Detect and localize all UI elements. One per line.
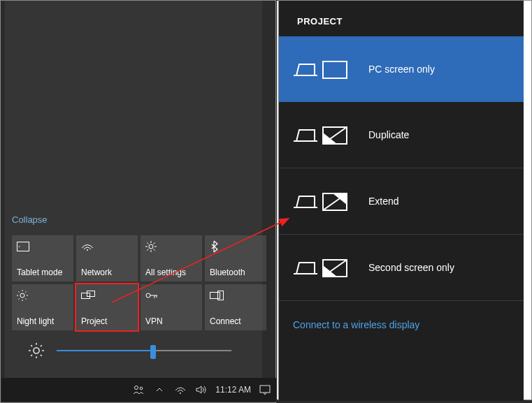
svg-line-20 bbox=[25, 291, 26, 292]
project-option-extend[interactable]: Extend bbox=[279, 168, 524, 235]
svg-line-17 bbox=[18, 291, 19, 292]
svg-line-18 bbox=[25, 298, 26, 299]
svg-point-39 bbox=[140, 387, 143, 390]
svg-point-3 bbox=[149, 244, 153, 249]
svg-line-36 bbox=[31, 355, 32, 356]
duplicate-icon bbox=[293, 123, 349, 147]
svg-line-10 bbox=[147, 249, 148, 251]
collapse-link[interactable]: Collapse bbox=[12, 214, 48, 225]
tile-bluetooth[interactable]: Bluetooth bbox=[205, 235, 266, 281]
tile-label: Bluetooth bbox=[210, 268, 261, 277]
pc-screen-only-icon bbox=[293, 57, 349, 81]
project-option-label: PC screen only bbox=[368, 64, 435, 75]
tile-label: Night light bbox=[17, 316, 69, 326]
brightness-slider-thumb[interactable] bbox=[150, 345, 156, 359]
svg-line-11 bbox=[154, 242, 155, 244]
project-option-second-screen-only[interactable]: Second screen only bbox=[279, 235, 524, 301]
svg-point-12 bbox=[20, 293, 24, 298]
svg-rect-41 bbox=[260, 386, 270, 393]
project-option-label: Second screen only bbox=[368, 262, 454, 273]
volume-tray-icon[interactable] bbox=[194, 383, 208, 397]
project-option-label: Duplicate bbox=[368, 129, 409, 140]
action-center-panel: Collapse Tablet mode Network All setting… bbox=[5, 1, 262, 379]
svg-point-1 bbox=[19, 246, 20, 247]
tile-vpn[interactable]: VPN bbox=[141, 284, 202, 330]
svg-rect-22 bbox=[87, 291, 95, 297]
project-flyout: PROJECT PC screen only Duplicate bbox=[279, 1, 524, 401]
brightness-slider-row bbox=[29, 343, 231, 358]
gear-icon bbox=[145, 240, 197, 254]
tile-night-light[interactable]: Night light bbox=[12, 284, 73, 330]
taskbar: 11:12 AM bbox=[1, 378, 276, 402]
svg-line-8 bbox=[147, 242, 148, 244]
svg-rect-42 bbox=[323, 61, 347, 78]
connect-wireless-display-link[interactable]: Connect to a wireless display bbox=[279, 301, 524, 349]
tile-label: Network bbox=[81, 268, 133, 277]
quick-action-tiles: Tablet mode Network All settings Bluetoo… bbox=[12, 235, 266, 330]
tile-all-settings[interactable]: All settings bbox=[141, 235, 202, 281]
tablet-icon bbox=[17, 240, 69, 254]
svg-point-38 bbox=[135, 386, 138, 390]
connect-icon bbox=[210, 288, 261, 302]
svg-rect-27 bbox=[210, 293, 220, 299]
project-icon bbox=[81, 288, 133, 302]
svg-point-40 bbox=[180, 393, 181, 394]
tile-label: Project bbox=[81, 316, 133, 326]
notifications-tray-icon[interactable] bbox=[258, 383, 272, 397]
vpn-icon bbox=[145, 288, 197, 302]
tile-label: VPN bbox=[145, 316, 197, 326]
tile-label: All settings bbox=[145, 268, 197, 277]
svg-point-29 bbox=[34, 348, 39, 353]
tile-connect[interactable]: Connect bbox=[205, 284, 266, 330]
tray-chevron-up-icon[interactable] bbox=[152, 383, 166, 397]
project-option-pc-screen-only[interactable]: PC screen only bbox=[279, 36, 524, 102]
taskbar-clock[interactable]: 11:12 AM bbox=[215, 385, 251, 395]
svg-line-19 bbox=[18, 298, 19, 299]
extend-icon bbox=[293, 189, 349, 213]
svg-line-9 bbox=[154, 249, 155, 251]
svg-rect-21 bbox=[82, 293, 90, 299]
project-option-duplicate[interactable]: Duplicate bbox=[279, 102, 524, 168]
brightness-icon bbox=[17, 288, 69, 302]
svg-line-35 bbox=[41, 355, 42, 356]
svg-point-23 bbox=[146, 293, 150, 298]
tile-network[interactable]: Network bbox=[76, 235, 138, 281]
tile-label: Tablet mode bbox=[17, 268, 69, 277]
wifi-icon bbox=[81, 240, 133, 254]
svg-line-34 bbox=[31, 345, 32, 346]
right-panel: PROJECT PC screen only Duplicate bbox=[278, 0, 532, 400]
tile-tablet-mode[interactable]: Tablet mode bbox=[12, 235, 73, 281]
project-option-label: Extend bbox=[368, 196, 399, 207]
people-tray-icon[interactable] bbox=[131, 383, 145, 397]
wifi-tray-icon[interactable] bbox=[173, 383, 187, 397]
project-panel-title: PROJECT bbox=[279, 1, 524, 36]
svg-line-37 bbox=[41, 345, 42, 346]
tile-label: Connect bbox=[210, 316, 261, 326]
svg-point-2 bbox=[87, 249, 88, 251]
second-screen-only-icon bbox=[293, 256, 349, 279]
tile-project[interactable]: Project bbox=[76, 284, 138, 330]
brightness-slider[interactable] bbox=[57, 350, 231, 351]
bluetooth-icon bbox=[210, 240, 261, 254]
brightness-icon bbox=[29, 343, 44, 358]
left-panel: Collapse Tablet mode Network All setting… bbox=[0, 0, 276, 403]
